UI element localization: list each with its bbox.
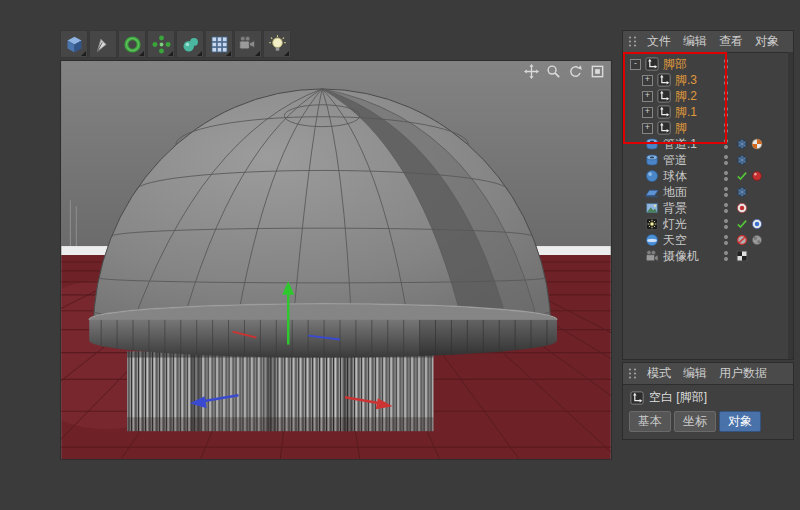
object-row-tiankong[interactable]: 天空 [623, 232, 793, 248]
null-object-icon [657, 89, 671, 103]
tab-basic[interactable]: 基本 [629, 411, 671, 432]
null-object-icon [657, 121, 671, 135]
visibility-dots[interactable] [724, 235, 728, 245]
scrollbar[interactable] [788, 52, 793, 359]
grid-array-tool-button[interactable] [205, 30, 233, 58]
tab-object[interactable]: 对象 [719, 411, 761, 432]
object-label: 地面 [663, 184, 687, 201]
phong-tag-icon[interactable] [736, 138, 748, 150]
phong-tag-icon[interactable] [736, 154, 748, 166]
visibility-dots[interactable] [724, 107, 728, 117]
object-row-guandao1[interactable]: 管道.1 [623, 136, 793, 152]
red-target-material-tag-icon[interactable] [736, 202, 748, 214]
object-row-qiuti[interactable]: 球体 [623, 168, 793, 184]
menu-file[interactable]: 文件 [641, 33, 677, 50]
visibility-dots[interactable] [724, 219, 728, 229]
expand-collapse-toggle[interactable]: + [642, 107, 653, 118]
camera-object-icon [645, 249, 659, 263]
object-label: 脚 [675, 120, 687, 137]
rotate-icon[interactable] [568, 64, 583, 79]
gray-material-tag-icon[interactable] [751, 234, 763, 246]
array-tool-button[interactable] [147, 30, 175, 58]
object-row-shexiangji[interactable]: 摄像机 [623, 248, 793, 264]
object-row-dimian[interactable]: 地面 [623, 184, 793, 200]
expand-collapse-toggle[interactable]: - [630, 59, 641, 70]
object-row-jiaobu[interactable]: - 脚部 [623, 56, 793, 72]
object-row-guandao[interactable]: 管道 [623, 152, 793, 168]
red-material-tag-icon[interactable] [751, 170, 763, 182]
leg-cylinders[interactable] [127, 352, 433, 432]
object-label: 脚.3 [675, 72, 697, 89]
zoom-icon[interactable] [546, 64, 561, 79]
pen-tool-button[interactable] [89, 30, 117, 58]
visibility-dots[interactable] [724, 155, 728, 165]
array-icon [151, 34, 172, 55]
object-label: 天空 [663, 232, 687, 249]
null-object-icon [630, 391, 644, 405]
checker-material-tag-icon[interactable] [751, 138, 763, 150]
visibility-dots[interactable] [724, 91, 728, 101]
panel-grip-icon[interactable] [627, 367, 638, 380]
object-tags [736, 138, 763, 150]
object-tags [736, 250, 748, 262]
panel-grip-icon[interactable] [627, 35, 638, 48]
menu-user-data[interactable]: 用户数据 [713, 365, 773, 382]
object-row-jiao[interactable]: + 脚 [623, 120, 793, 136]
object-row-jiao3[interactable]: + 脚.3 [623, 72, 793, 88]
object-label: 脚部 [663, 56, 687, 73]
spline-primitive-tool-button[interactable] [118, 30, 146, 58]
object-label: 球体 [663, 168, 687, 185]
viewport-3d-scene[interactable] [61, 61, 611, 459]
tab-coordinates[interactable]: 坐标 [674, 411, 716, 432]
metaball-tool-button[interactable] [176, 30, 204, 58]
pan-icon[interactable] [524, 64, 539, 79]
checker-dark-tag-icon[interactable] [736, 250, 748, 262]
selected-object-label: 空白 [脚部] [649, 389, 707, 406]
pen-icon [93, 34, 114, 55]
maximize-icon[interactable] [590, 64, 605, 79]
expand-collapse-toggle[interactable]: + [642, 123, 653, 134]
visibility-dots[interactable] [724, 171, 728, 181]
visibility-dots[interactable] [724, 59, 728, 69]
menu-view[interactable]: 查看 [713, 33, 749, 50]
phong-tag-icon[interactable] [736, 186, 748, 198]
object-row-dengguang[interactable]: 灯光 [623, 216, 793, 232]
object-row-jiao2[interactable]: + 脚.2 [623, 88, 793, 104]
blue-target-material-tag-icon[interactable] [751, 218, 763, 230]
expand-collapse-toggle[interactable]: + [642, 75, 653, 86]
visibility-dots[interactable] [724, 251, 728, 261]
visibility-dots[interactable] [724, 123, 728, 133]
attribute-manager-menubar: 模式 编辑 用户数据 [623, 363, 793, 385]
object-tags [736, 202, 748, 214]
menu-objects[interactable]: 对象 [749, 33, 785, 50]
object-label: 脚.2 [675, 88, 697, 105]
viewport-3d[interactable] [60, 60, 612, 460]
object-tags [736, 170, 763, 182]
main-toolbar [60, 30, 291, 58]
menu-edit[interactable]: 编辑 [677, 33, 713, 50]
object-tags [736, 186, 748, 198]
selected-object-header: 空白 [脚部] [623, 385, 793, 408]
object-row-beijing[interactable]: 背景 [623, 200, 793, 216]
cube-tool-button[interactable] [60, 30, 88, 58]
visibility-dots[interactable] [724, 187, 728, 197]
menu-edit[interactable]: 编辑 [677, 365, 713, 382]
check-icon[interactable] [736, 218, 748, 230]
visibility-dots[interactable] [724, 203, 728, 213]
check-icon[interactable] [736, 170, 748, 182]
object-label: 管道.1 [663, 136, 697, 153]
light-object-icon [645, 217, 659, 231]
object-row-jiao1[interactable]: + 脚.1 [623, 104, 793, 120]
cube-icon [64, 34, 85, 55]
visibility-dots[interactable] [724, 139, 728, 149]
light-tool-button[interactable] [263, 30, 291, 58]
menu-mode[interactable]: 模式 [641, 365, 677, 382]
visibility-dots[interactable] [724, 75, 728, 85]
prohibited-icon[interactable] [736, 234, 748, 246]
expand-collapse-toggle[interactable]: + [642, 91, 653, 102]
object-label: 管道 [663, 152, 687, 169]
null-object-icon [645, 57, 659, 71]
object-tree: - 脚部 + 脚.3 + 脚.2 + 脚.1 [623, 53, 793, 264]
null-object-icon [657, 73, 671, 87]
camera-tool-button[interactable] [234, 30, 262, 58]
